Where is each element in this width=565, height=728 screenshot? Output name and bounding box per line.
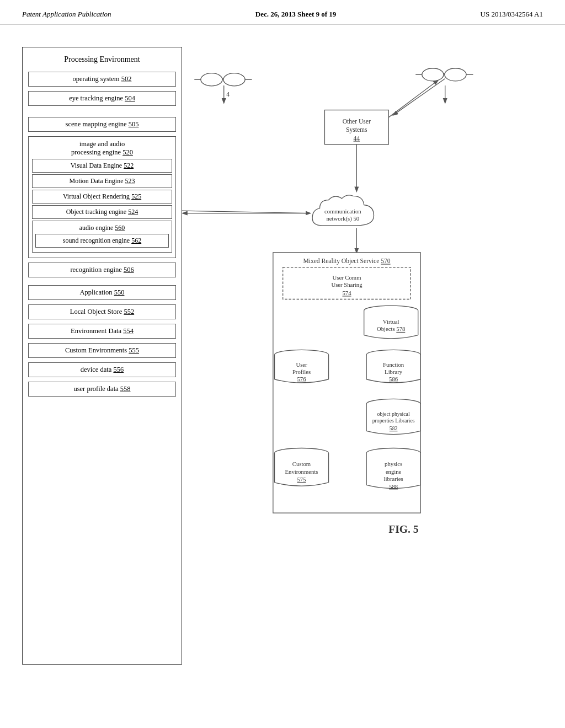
svg-text:User: User [296, 361, 307, 368]
svg-text:582: 582 [390, 425, 398, 431]
svg-text:Other User: Other User [343, 118, 371, 125]
svg-rect-59 [275, 453, 329, 482]
svg-text:Environments: Environments [285, 468, 318, 475]
sound-recognition-engine-box: sound recognition engine 562 [35, 234, 169, 248]
svg-rect-13 [324, 110, 388, 144]
svg-line-17 [393, 78, 445, 115]
svg-text:Library: Library [385, 368, 403, 375]
device-data-box: device data 556 [28, 362, 176, 377]
svg-text:engine: engine [386, 468, 402, 475]
svg-text:575: 575 [297, 476, 306, 483]
svg-rect-52 [366, 404, 420, 431]
user-profile-data-box: user profile data 558 [28, 382, 176, 397]
svg-text:Custom: Custom [292, 461, 311, 467]
svg-text:574: 574 [342, 290, 351, 296]
svg-rect-45 [366, 355, 420, 379]
page-header: Patent Application Publication Dec. 26, … [0, 0, 565, 25]
processing-environment-box: Processing Environment operating system … [22, 47, 182, 665]
right-column: 4 Other User Systems 44 communication ne… [182, 47, 543, 665]
svg-text:properties Libraries: properties Libraries [372, 417, 415, 424]
svg-text:Mixed Reality Object Service 5: Mixed Reality Object Service 570 [303, 258, 390, 265]
svg-text:586: 586 [389, 376, 398, 382]
svg-point-1 [223, 73, 245, 86]
svg-line-22 [182, 211, 310, 213]
processing-environment-title: Processing Environment [28, 55, 176, 64]
application-box: Application 550 [28, 285, 176, 300]
svg-text:Function: Function [383, 361, 404, 368]
svg-text:4: 4 [226, 91, 230, 98]
svg-rect-38 [275, 355, 329, 379]
svg-text:physics: physics [385, 461, 402, 467]
image-audio-processing-label: image and audioprocessing engine 520 [32, 140, 172, 157]
svg-text:User Comm: User Comm [333, 274, 362, 281]
motion-data-engine-box: Motion Data Engine 523 [32, 174, 172, 188]
svg-text:588: 588 [389, 483, 398, 490]
object-tracking-engine-box: Object tracking engine 524 [32, 205, 172, 219]
audio-engine-group: audio engine 560 sound recognition engin… [32, 221, 172, 253]
svg-point-65 [366, 448, 420, 458]
audio-engine-label: audio engine 560 [35, 224, 169, 232]
svg-text:object physical: object physical [377, 411, 410, 417]
svg-point-37 [275, 350, 329, 360]
header-date-sheet: Dec. 26, 2013 Sheet 9 of 19 [255, 10, 337, 19]
svg-point-0 [201, 73, 222, 86]
glasses-top-right [415, 68, 473, 81]
eye-tracking-engine-box: eye tracking engine 504 [28, 91, 176, 106]
svg-line-18 [388, 81, 438, 117]
diagram-area: Processing Environment operating system … [0, 25, 565, 687]
environment-data-box: Environment Data 554 [28, 324, 176, 339]
header-publication-type: Patent Application Publication [22, 10, 111, 19]
svg-point-5 [422, 68, 444, 81]
svg-text:Profiles: Profiles [292, 368, 311, 375]
custom-environments-box: Custom Environments 555 [28, 343, 176, 358]
svg-text:communication: communication [324, 208, 361, 215]
virtual-object-rendering-box: Virtual Object Rendering 525 [32, 190, 172, 204]
svg-point-51 [366, 399, 420, 409]
svg-text:576: 576 [297, 376, 306, 382]
svg-text:Systems: Systems [346, 126, 367, 133]
recognition-engine-box: recognition engine 506 [28, 263, 176, 277]
svg-point-31 [364, 306, 418, 315]
svg-point-58 [275, 448, 329, 458]
header-patent-number: US 2013/0342564 A1 [481, 10, 543, 19]
svg-text:User Sharing: User Sharing [331, 281, 363, 288]
image-audio-processing-group: image and audioprocessing engine 520 Vis… [28, 136, 176, 258]
svg-rect-32 [364, 311, 418, 335]
svg-text:Objects 578: Objects 578 [377, 325, 405, 332]
svg-text:libraries: libraries [384, 475, 403, 482]
svg-text:44: 44 [354, 135, 360, 142]
svg-rect-25 [273, 253, 420, 513]
svg-point-44 [366, 350, 420, 360]
scene-mapping-engine-box: scene mapping engine 505 [28, 117, 176, 132]
visual-data-engine-box: Visual Data Engine 522 [32, 159, 172, 173]
svg-text:network(s) 50: network(s) 50 [327, 215, 360, 222]
svg-point-6 [445, 68, 466, 81]
operating-system-box: operating system 502 [28, 72, 176, 87]
diagram-connectors: 4 Other User Systems 44 communication ne… [182, 47, 543, 665]
svg-text:FIG. 5: FIG. 5 [388, 523, 419, 535]
svg-rect-27 [283, 267, 411, 299]
cloud-shape: communication network(s) 50 [312, 195, 374, 226]
glasses-top [194, 73, 252, 86]
local-object-store-box: Local Object Store 552 [28, 304, 176, 319]
svg-text:Virtual: Virtual [383, 318, 399, 325]
svg-rect-66 [366, 453, 420, 485]
